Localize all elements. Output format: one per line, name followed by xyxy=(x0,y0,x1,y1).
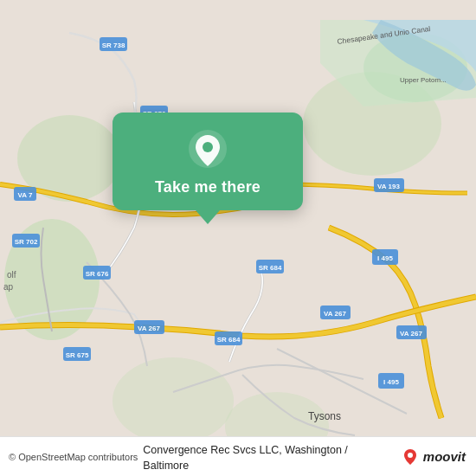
svg-text:SR 684: SR 684 xyxy=(217,336,241,344)
footer-title: Convergence Rec Svcs LLC, Washington / B… xyxy=(143,444,347,472)
popup-tooltip[interactable]: Take me there xyxy=(113,113,303,210)
footer-right: moovit xyxy=(401,447,466,466)
footer-left: © OpenStreetMap contributors xyxy=(9,452,138,462)
svg-text:VA 267: VA 267 xyxy=(400,330,422,338)
svg-text:SR 684: SR 684 xyxy=(259,264,282,272)
svg-text:VA 7: VA 7 xyxy=(18,191,33,199)
svg-point-42 xyxy=(203,142,213,152)
svg-text:I 495: I 495 xyxy=(383,378,399,386)
svg-text:VA 193: VA 193 xyxy=(377,183,400,190)
osm-attribution: © OpenStreetMap contributors xyxy=(9,452,138,462)
svg-text:olf: olf xyxy=(7,270,16,280)
svg-text:SR 738: SR 738 xyxy=(102,42,125,49)
map-svg: SR 738 SR 676 SR 676 VA 7 SR 702 SR 684 … xyxy=(0,0,476,476)
svg-text:VA 267: VA 267 xyxy=(324,310,346,318)
moovit-logo: moovit xyxy=(423,449,466,464)
svg-text:VA 267: VA 267 xyxy=(138,325,160,332)
svg-point-6 xyxy=(113,357,234,444)
svg-text:SR 675: SR 675 xyxy=(66,351,89,359)
moovit-pin-icon xyxy=(401,447,420,466)
popup-label: Take me there xyxy=(155,178,261,196)
location-pin-icon xyxy=(187,128,228,170)
svg-text:I 495: I 495 xyxy=(377,254,393,262)
svg-text:ap: ap xyxy=(3,282,14,292)
svg-text:Tysons: Tysons xyxy=(308,410,341,422)
svg-text:Upper Potom...: Upper Potom... xyxy=(400,76,447,84)
map-container: SR 738 SR 676 SR 676 VA 7 SR 702 SR 684 … xyxy=(0,0,476,476)
svg-point-43 xyxy=(408,453,413,458)
svg-text:SR 676: SR 676 xyxy=(86,270,109,278)
footer-bar: © OpenStreetMap contributors Convergence… xyxy=(0,436,476,476)
svg-text:SR 702: SR 702 xyxy=(15,238,38,246)
